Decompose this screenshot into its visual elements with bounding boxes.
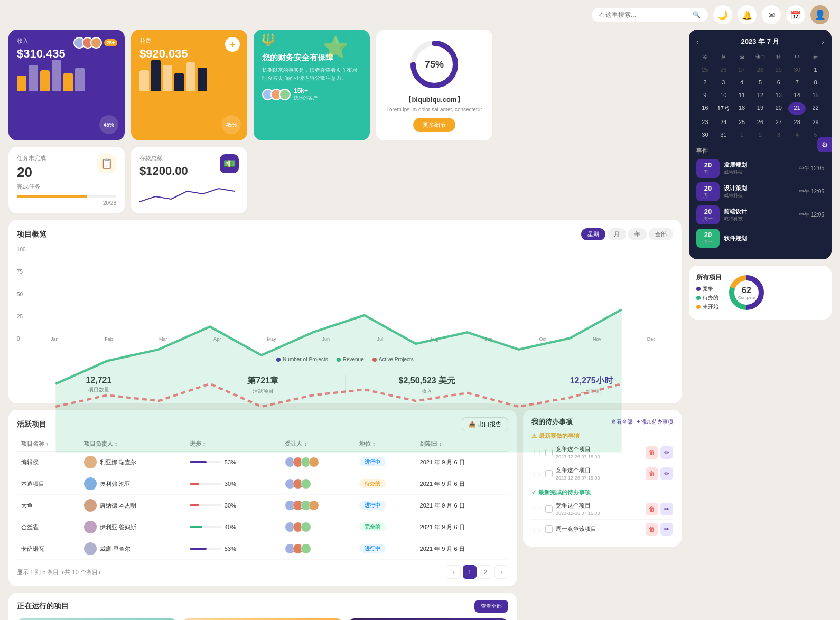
- cal-day-28prev[interactable]: 28: [752, 64, 769, 76]
- cal-day-22[interactable]: 22: [807, 102, 824, 115]
- dark-mode-button[interactable]: 🌙: [713, 5, 732, 24]
- prev-page-button[interactable]: ‹: [447, 565, 461, 579]
- event-info-3: 软件规划: [724, 234, 820, 242]
- cal-day-13[interactable]: 13: [770, 89, 787, 101]
- page-2-button[interactable]: 2: [479, 565, 492, 579]
- cal-day-27[interactable]: 27: [770, 116, 787, 128]
- cal-day-3next[interactable]: 3: [770, 129, 787, 140]
- calendar-settings-button[interactable]: ⚙: [817, 137, 832, 152]
- row-assignee-2: [281, 495, 355, 516]
- checkbox-1-0[interactable]: [545, 505, 553, 513]
- cal-next-button[interactable]: ›: [822, 37, 824, 46]
- next-page-button[interactable]: ›: [494, 565, 508, 579]
- todo-delete-0-0[interactable]: 🗑: [646, 446, 658, 459]
- cal-day-5[interactable]: 5: [752, 77, 769, 88]
- add-button[interactable]: +: [225, 37, 240, 52]
- avatar-3: [90, 37, 102, 49]
- cal-day-30prev[interactable]: 30: [788, 64, 806, 76]
- legend-compete: 竞争: [696, 285, 722, 293]
- todo-item-actions-1-0: 🗑 ✏: [646, 503, 673, 515]
- todo-delete-0-1[interactable]: 🗑: [646, 467, 658, 480]
- mail-button[interactable]: ✉: [762, 5, 781, 24]
- col-manager[interactable]: 项目负责人 ↕: [80, 437, 185, 452]
- tab-month[interactable]: 月: [608, 228, 626, 240]
- more-details-button[interactable]: 更多细节: [413, 118, 455, 132]
- cal-day-2next[interactable]: 2: [752, 129, 769, 140]
- todo-edit-0-0[interactable]: ✏: [660, 446, 673, 459]
- search-input[interactable]: [599, 11, 688, 18]
- user-avatar[interactable]: 👤: [810, 5, 829, 24]
- cal-day-10[interactable]: 10: [715, 89, 732, 101]
- page-1-button[interactable]: 1: [463, 565, 477, 579]
- cal-day-25[interactable]: 25: [733, 116, 751, 128]
- cal-day-26[interactable]: 26: [752, 116, 769, 128]
- cal-day-21[interactable]: 21: [788, 102, 806, 115]
- col-name[interactable]: 项目名称 ↑: [17, 437, 80, 452]
- cal-day-29[interactable]: 29: [807, 116, 824, 128]
- cal-day-27prev[interactable]: 27: [733, 64, 751, 76]
- row-manager-4: 威廉·里查尔: [80, 538, 185, 560]
- cal-day-11[interactable]: 11: [733, 89, 751, 101]
- view-all-running-button[interactable]: 查看全部: [474, 600, 508, 613]
- cal-day-26prev[interactable]: 26: [715, 64, 732, 76]
- cal-day-2[interactable]: 2: [696, 77, 714, 88]
- todo-view-all[interactable]: 查看全部: [611, 418, 632, 426]
- cal-day-4[interactable]: 4: [733, 77, 751, 88]
- month-aug: Aug: [430, 336, 438, 342]
- cal-day-17[interactable]: 17号: [715, 102, 732, 115]
- cal-day-16[interactable]: 16: [696, 102, 714, 115]
- notifications-button[interactable]: 🔔: [738, 5, 757, 24]
- cal-day-25prev[interactable]: 25: [696, 64, 714, 76]
- cal-day-14[interactable]: 14: [788, 89, 806, 101]
- cal-day-23[interactable]: 23: [696, 116, 714, 128]
- todo-add-button[interactable]: + 添加待办事项: [637, 418, 673, 426]
- todo-edit-0-1[interactable]: ✏: [660, 467, 673, 480]
- col-assignee[interactable]: 受让人 ↕: [281, 437, 355, 452]
- cal-day-12[interactable]: 12: [752, 89, 769, 101]
- dot-compete: [696, 287, 701, 291]
- event-date-day-2: 周一: [701, 215, 715, 222]
- search-box[interactable]: 🔍: [592, 8, 708, 22]
- cal-day-1[interactable]: 1: [807, 64, 824, 76]
- cal-day-24[interactable]: 24: [715, 116, 732, 128]
- stat-revenue-value: $2,50,523 美元: [346, 375, 509, 387]
- cal-prev-button[interactable]: ‹: [696, 37, 699, 46]
- cal-day-20[interactable]: 20: [770, 102, 787, 115]
- cal-day-1next[interactable]: 1: [733, 129, 751, 140]
- cal-day-3[interactable]: 3: [715, 77, 732, 88]
- cal-day-6[interactable]: 6: [770, 77, 787, 88]
- cal-day-18[interactable]: 18: [733, 102, 751, 115]
- checkbox-0-0[interactable]: [545, 449, 553, 456]
- export-button[interactable]: 📤 出口报告: [462, 417, 508, 431]
- checkbox-0-1[interactable]: [545, 470, 553, 477]
- col-progress[interactable]: 进步 ↕: [185, 437, 281, 452]
- stat-worktime-label: 工作时间: [509, 388, 673, 395]
- tasks-progress-text: 20/28: [17, 200, 116, 206]
- cal-day-19[interactable]: 19: [752, 102, 769, 115]
- calendar-button[interactable]: 📅: [786, 5, 805, 24]
- cal-day-30[interactable]: 30: [696, 129, 714, 140]
- cal-day-28[interactable]: 28: [788, 116, 806, 128]
- cal-day-9[interactable]: 9: [696, 89, 714, 101]
- checkbox-1-1[interactable]: [545, 525, 553, 533]
- chart-col-apr: Apr: [195, 333, 239, 342]
- cal-day-8[interactable]: 8: [807, 77, 824, 88]
- todo-delete-1-1[interactable]: 🗑: [646, 523, 658, 536]
- stat-project-count-value: 12,721: [17, 375, 181, 385]
- cal-day-15[interactable]: 15: [807, 89, 824, 101]
- tab-all[interactable]: 全部: [649, 228, 673, 240]
- cal-day-29prev[interactable]: 29: [770, 64, 787, 76]
- revenue-badge: 25+: [104, 39, 117, 46]
- tab-week[interactable]: 星期: [581, 228, 605, 240]
- row-name-1: 本造项目: [17, 473, 80, 495]
- cal-day-4next[interactable]: 4: [788, 129, 806, 140]
- tab-year[interactable]: 年: [628, 228, 647, 240]
- todo-delete-1-0[interactable]: 🗑: [646, 503, 658, 515]
- todo-edit-1-0[interactable]: ✏: [660, 503, 673, 515]
- savings-icon: 💵: [220, 154, 239, 173]
- cal-day-7[interactable]: 7: [788, 77, 806, 88]
- col-status[interactable]: 地位 ↕: [355, 437, 416, 452]
- todo-edit-1-1[interactable]: ✏: [660, 523, 673, 536]
- cal-day-31[interactable]: 31: [715, 129, 732, 140]
- col-due[interactable]: 到期日 ↕: [416, 437, 508, 452]
